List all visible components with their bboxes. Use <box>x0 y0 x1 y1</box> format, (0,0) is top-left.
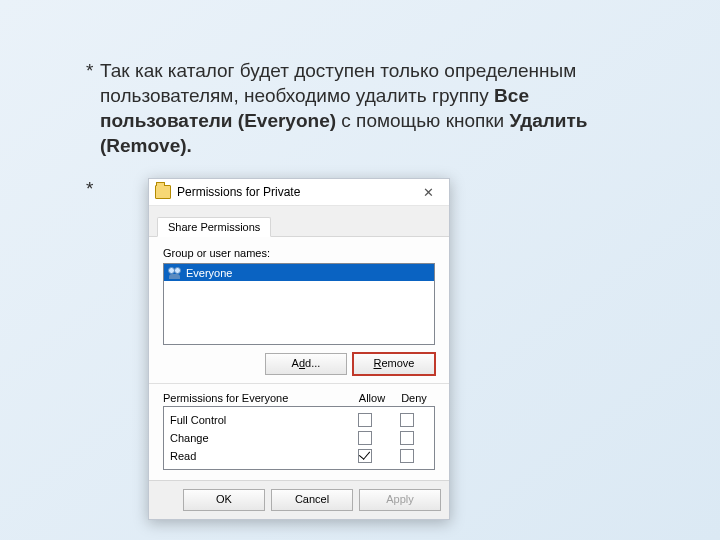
checkbox-full-deny[interactable] <box>400 413 414 427</box>
apply-button[interactable]: Apply <box>359 489 441 511</box>
allow-header: Allow <box>351 392 393 404</box>
group-area: Group or user names: Everyone Add... Rem… <box>149 237 449 383</box>
perm-row-change: Change <box>164 429 434 447</box>
checkbox-read-deny[interactable] <box>400 449 414 463</box>
permissions-area: Permissions for Everyone Allow Deny Full… <box>149 383 449 480</box>
checkbox-change-allow[interactable] <box>358 431 372 445</box>
deny-header: Deny <box>393 392 435 404</box>
window-title: Permissions for Private <box>177 185 413 199</box>
folder-icon <box>155 185 171 199</box>
close-button[interactable]: ✕ <box>413 182 443 202</box>
ok-button[interactable]: OK <box>183 489 265 511</box>
group-icon <box>168 267 182 279</box>
tab-strip: Share Permissions <box>149 206 449 237</box>
tab-share-permissions[interactable]: Share Permissions <box>157 217 271 237</box>
checkbox-full-allow[interactable] <box>358 413 372 427</box>
perm-name: Change <box>170 432 344 444</box>
list-item-label: Everyone <box>186 267 232 279</box>
permissions-header: Permissions for Everyone Allow Deny <box>163 392 435 404</box>
bullet-marker-empty: * <box>86 178 93 200</box>
perm-row-read: Read <box>164 447 434 465</box>
checkbox-change-deny[interactable] <box>400 431 414 445</box>
permissions-dialog: Permissions for Private ✕ Share Permissi… <box>148 178 450 520</box>
dialog-footer: OK Cancel Apply <box>149 480 449 519</box>
checkbox-read-allow[interactable] <box>358 449 372 463</box>
perm-name: Read <box>170 450 344 462</box>
perm-name: Full Control <box>170 414 344 426</box>
permissions-list: Full Control Change Read <box>163 406 435 470</box>
group-label: Group or user names: <box>163 247 435 259</box>
group-button-row: Add... Remove <box>163 353 435 375</box>
remove-button[interactable]: Remove <box>353 353 435 375</box>
bullet-marker: * <box>86 58 93 83</box>
group-listbox[interactable]: Everyone <box>163 263 435 345</box>
perm-row-full: Full Control <box>164 411 434 429</box>
bullet-text-2: с помощью кнопки <box>336 110 509 131</box>
add-button[interactable]: Add... <box>265 353 347 375</box>
titlebar: Permissions for Private ✕ <box>149 179 449 206</box>
permissions-label: Permissions for Everyone <box>163 392 351 404</box>
list-item-everyone[interactable]: Everyone <box>164 264 434 281</box>
cancel-button[interactable]: Cancel <box>271 489 353 511</box>
bullet-paragraph: * Так как каталог будет доступен только … <box>100 58 640 158</box>
